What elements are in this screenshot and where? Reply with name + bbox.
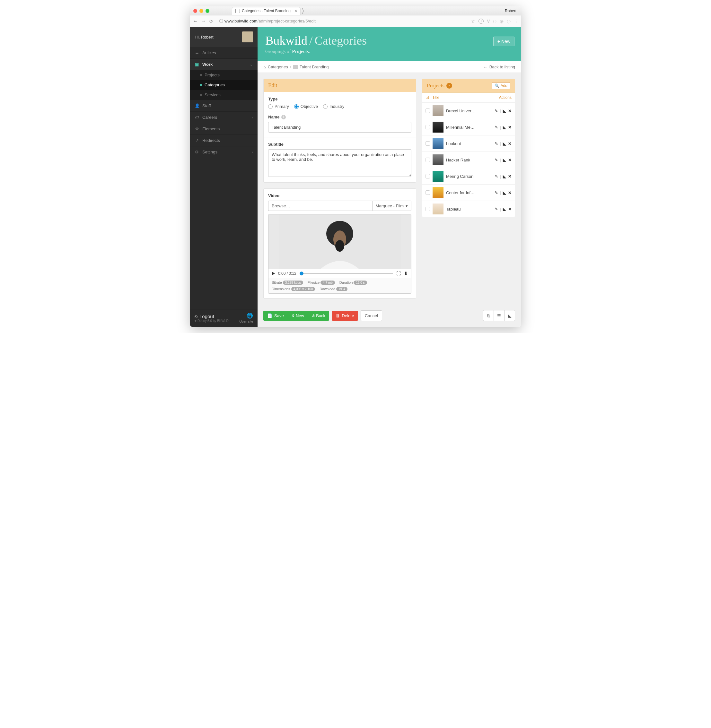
- project-row[interactable]: Hacker Rank ✎| ◣ ✕: [422, 152, 515, 168]
- checkbox[interactable]: [425, 109, 430, 113]
- select-all-icon[interactable]: ☑: [425, 95, 429, 100]
- play-icon[interactable]: [272, 271, 275, 276]
- sidebar-item-work[interactable]: ▣Work⌄: [190, 58, 258, 70]
- info-icon[interactable]: i: [281, 115, 286, 119]
- remove-icon[interactable]: ✕: [508, 158, 512, 162]
- crumb-root[interactable]: Categories: [268, 65, 288, 69]
- new-tab-button[interactable]: ⟩: [302, 7, 304, 15]
- back-icon[interactable]: ←: [193, 18, 198, 24]
- subtitle-textarea[interactable]: What talent thinks, feels, and shares ab…: [268, 149, 412, 177]
- extension-icon[interactable]: ◌: [507, 19, 510, 24]
- flag-icon[interactable]: ◣: [503, 190, 506, 195]
- edit-icon[interactable]: ✎: [494, 158, 498, 162]
- flag-icon[interactable]: ◣: [503, 158, 506, 162]
- open-site-link[interactable]: 🌐 Open site: [239, 312, 253, 324]
- edit-icon[interactable]: ✎: [494, 190, 498, 195]
- remove-icon[interactable]: ✕: [508, 190, 512, 195]
- home-icon[interactable]: ⌂: [263, 65, 266, 69]
- sidebar-item-projects[interactable]: Projects: [190, 70, 258, 80]
- save-button[interactable]: 📄Save: [263, 311, 288, 321]
- vue-icon[interactable]: V: [487, 19, 490, 24]
- radio-primary[interactable]: Primary: [268, 104, 289, 109]
- flag-icon[interactable]: ◣: [503, 174, 506, 179]
- browser-tab[interactable]: Categories - Talent Branding ×: [232, 7, 301, 15]
- reload-icon[interactable]: ⟳: [209, 19, 213, 24]
- add-project-button[interactable]: 🔍Add: [492, 82, 510, 89]
- zoom-window[interactable]: [205, 9, 209, 13]
- file-path-input[interactable]: [294, 200, 372, 211]
- briefcase-icon: ▣: [195, 62, 199, 67]
- sidebar-item-elements[interactable]: ✿Elements: [190, 123, 258, 134]
- flag-icon[interactable]: ◣: [503, 109, 506, 113]
- page-title: Bukwild/Categories: [265, 33, 513, 47]
- project-row[interactable]: Millennial Me… ✎| ◣ ✕: [422, 119, 515, 136]
- project-row[interactable]: Mering Carson ✎| ◣ ✕: [422, 168, 515, 184]
- browse-button[interactable]: Browse…: [268, 200, 294, 211]
- sidebar-item-careers[interactable]: 🏷Careers›: [190, 111, 258, 123]
- brackets-icon[interactable]: { }: [493, 19, 497, 23]
- checkbox[interactable]: [425, 141, 430, 146]
- project-row[interactable]: Center for Inf… ✎| ◣ ✕: [422, 184, 515, 201]
- info-icon[interactable]: ⓘ: [219, 18, 223, 24]
- radio-industry[interactable]: Industry: [323, 104, 344, 109]
- sidebar-item-categories[interactable]: Categories: [190, 80, 258, 90]
- checkbox[interactable]: [425, 158, 430, 162]
- menu-icon[interactable]: ⋮: [514, 19, 518, 24]
- save-and-new-button[interactable]: & New: [288, 311, 308, 321]
- sidebar-item-articles[interactable]: ≣Articles: [190, 47, 258, 58]
- back-to-listing[interactable]: ←Back to listing: [483, 65, 515, 69]
- sidebar-item-redirects[interactable]: ↗Redirects: [190, 134, 258, 146]
- sidebar-item-staff[interactable]: 👤Staff: [190, 100, 258, 111]
- checkbox[interactable]: [425, 207, 430, 211]
- cancel-button[interactable]: Cancel: [361, 310, 382, 321]
- project-row[interactable]: Lookout ✎| ◣ ✕: [422, 136, 515, 152]
- video-scrubber[interactable]: [299, 273, 393, 274]
- projects-header-row: ☑ Title Actions: [422, 93, 515, 103]
- avatar[interactable]: [242, 31, 253, 42]
- close-tab-icon[interactable]: ×: [295, 8, 297, 13]
- checkbox[interactable]: [425, 174, 430, 178]
- info-circle-icon[interactable]: i: [478, 19, 484, 24]
- radio-objective[interactable]: Objective: [294, 104, 318, 109]
- flag-icon[interactable]: ◣: [503, 207, 506, 212]
- minimize-window[interactable]: [199, 9, 203, 13]
- chrome-profile[interactable]: Robert: [505, 9, 518, 13]
- edit-icon[interactable]: ✎: [494, 125, 498, 130]
- edit-icon[interactable]: ✎: [494, 174, 498, 179]
- save-and-back-button[interactable]: & Back: [308, 311, 329, 321]
- duplicate-icon[interactable]: ⎘: [483, 310, 494, 321]
- flag-icon[interactable]: ◣: [503, 125, 506, 130]
- checkbox[interactable]: [425, 125, 430, 129]
- star-icon[interactable]: ☆: [471, 19, 475, 24]
- new-button[interactable]: + New: [493, 37, 515, 46]
- remove-icon[interactable]: ✕: [508, 125, 512, 130]
- remove-icon[interactable]: ✕: [508, 174, 512, 179]
- delete-button[interactable]: 🗑Delete: [332, 311, 358, 321]
- project-row[interactable]: Drexel Univer… ✎| ◣ ✕: [422, 103, 515, 119]
- camera-icon[interactable]: ◉: [500, 19, 503, 24]
- sidebar-item-settings[interactable]: ⚙Settings›: [190, 146, 258, 158]
- flag-icon[interactable]: ◣: [503, 141, 506, 146]
- project-row[interactable]: Tableau ✎| ◣ ✕: [422, 201, 515, 217]
- remove-icon[interactable]: ✕: [508, 109, 512, 113]
- checkbox[interactable]: [425, 190, 430, 195]
- list-icon: ≣: [195, 50, 199, 55]
- download-icon[interactable]: ⬇: [404, 271, 408, 276]
- video-select[interactable]: Marquee - Film▾: [372, 200, 412, 211]
- list-view-icon[interactable]: ☰: [494, 310, 504, 321]
- trash-icon: 🗑: [336, 313, 340, 318]
- bookmark-icon[interactable]: ◣: [504, 310, 515, 321]
- sidebar-item-services[interactable]: Services: [190, 90, 258, 100]
- remove-icon[interactable]: ✕: [508, 141, 512, 146]
- chevron-right-icon: ›: [252, 150, 253, 155]
- video-preview[interactable]: [268, 214, 411, 269]
- edit-icon[interactable]: ✎: [494, 207, 498, 212]
- edit-icon[interactable]: ✎: [494, 141, 498, 146]
- remove-icon[interactable]: ✕: [508, 207, 512, 212]
- fullscreen-icon[interactable]: ⛶: [396, 271, 401, 276]
- name-input[interactable]: [268, 122, 412, 133]
- logout-button[interactable]: ⎋Logout: [195, 314, 229, 319]
- close-window[interactable]: [193, 9, 197, 13]
- address-bar[interactable]: ⓘ www.bukwild.com/admin/project-categori…: [217, 17, 468, 25]
- edit-icon[interactable]: ✎: [494, 109, 498, 113]
